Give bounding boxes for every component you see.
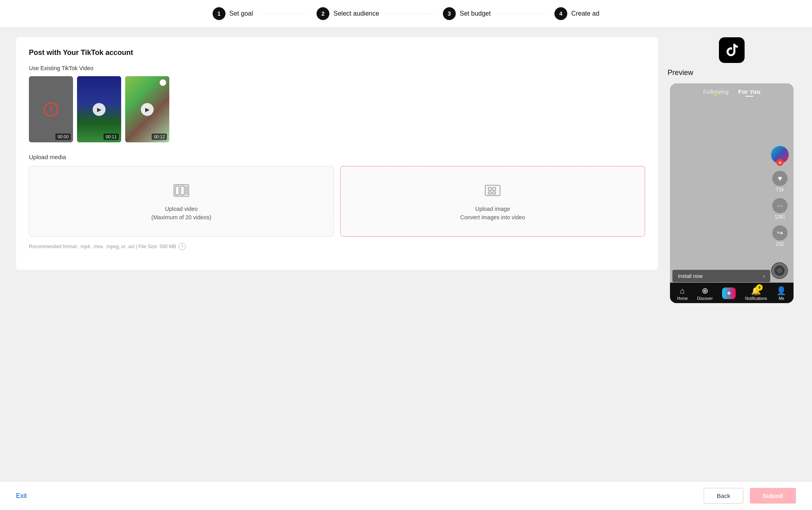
upload-row: Upload video (Maximum of 20 videos) (29, 166, 645, 237)
play-icon-3: ▶ (141, 103, 154, 116)
discover-label: Discover (697, 296, 713, 301)
heart-icon: ♥ (772, 171, 788, 186)
tiktok-bottom-nav: ⌂ Home ⊕ Discover + 🔔 9 (670, 283, 794, 303)
step-2: 2 Select audience (317, 7, 379, 20)
step-3-circle: 3 (443, 7, 456, 20)
footer-actions: Back Submit (704, 488, 796, 504)
notification-count: 9 (756, 284, 763, 291)
install-bar: Install now › (672, 270, 770, 282)
upload-image-icon (483, 181, 502, 200)
thumb-1-duration: 00:00 (55, 134, 71, 140)
bottom-nav-me[interactable]: 👤 Me (776, 286, 786, 301)
me-label: Me (779, 296, 784, 301)
thumbnail-3[interactable]: ▶ 00:12 (125, 76, 169, 142)
notifications-label: Notifications (745, 296, 767, 301)
tiktok-logo (719, 37, 745, 63)
upload-image-text: Upload image Convert images into video (460, 205, 525, 222)
thumbnails-row: ! 00:00 ▶ 00:11 ▶ 00:12 (29, 76, 645, 142)
svg-rect-2 (181, 186, 184, 195)
stepper: 1 Set goal ···················· 2 Select… (0, 0, 812, 28)
phone-mockup: Following For You + ♥ 71k (670, 83, 794, 303)
bottom-nav-discover[interactable]: ⊕ Discover (697, 286, 713, 301)
upload-image-box[interactable]: Upload image Convert images into video (340, 166, 645, 237)
svg-rect-1 (175, 186, 179, 195)
error-icon: ! (44, 102, 58, 117)
discover-icon: ⊕ (702, 286, 708, 295)
comment-icon: ··· (772, 198, 788, 213)
upload-video-icon (172, 181, 191, 200)
phone-screen: Following For You + ♥ 71k (670, 83, 794, 303)
tiktok-actions: + ♥ 71k ··· 1281 ↪ 232 (771, 146, 789, 247)
tab-for-you[interactable]: For You (738, 88, 760, 95)
upload-label: Upload media (29, 154, 645, 160)
exit-button[interactable]: Exit (16, 492, 27, 500)
svg-rect-6 (488, 188, 491, 190)
comment-button[interactable]: ··· 1281 (772, 198, 788, 220)
step-1: 1 Set goal (213, 7, 253, 20)
notification-badge: 🔔 9 (751, 286, 761, 295)
like-count: 71k (776, 187, 784, 192)
bottom-nav-notifications[interactable]: 🔔 9 Notifications (745, 286, 767, 301)
submit-button[interactable]: Submit (750, 488, 796, 504)
following-dot (715, 94, 717, 97)
install-now-label: Install now (678, 273, 702, 279)
format-hint-text: Recommended format: .mp4, .mov, .mpeg, o… (29, 244, 176, 249)
step-3: 3 Set budget (443, 7, 491, 20)
share-button[interactable]: ↪ 232 (772, 225, 788, 247)
panel-title: Post with Your TikTok account (29, 49, 645, 57)
step-dots-1: ···················· (260, 11, 311, 16)
back-button[interactable]: Back (704, 488, 743, 504)
step-dots-3: ···················· (497, 11, 548, 16)
bottom-nav-add[interactable]: + (722, 287, 736, 299)
install-chevron-icon: › (763, 273, 765, 279)
like-button[interactable]: ♥ 71k (772, 171, 788, 192)
svg-rect-7 (493, 188, 495, 190)
upload-video-text: Upload video (Maximum of 20 videos) (151, 205, 211, 222)
tiktok-header: Following For You (670, 83, 794, 98)
creator-avatar[interactable]: + (771, 146, 789, 164)
play-icon-2: ▶ (93, 103, 106, 116)
step-dots-2: ···················· (386, 11, 436, 16)
share-icon: ↪ (772, 225, 788, 241)
add-icon: + (722, 287, 736, 299)
step-4-label: Create ad (571, 10, 599, 17)
step-3-label: Set budget (460, 10, 491, 17)
step-4-circle: 4 (554, 7, 567, 20)
music-disc (771, 262, 788, 279)
white-dot (160, 79, 166, 86)
thumbnail-2[interactable]: ▶ 00:11 (77, 76, 121, 142)
step-1-circle: 1 (213, 7, 225, 20)
follow-plus: + (776, 159, 784, 166)
step-2-label: Select audience (333, 10, 379, 17)
hint-icon: ? (179, 243, 186, 250)
step-4: 4 Create ad (554, 7, 599, 20)
thumb-3-duration: 00:12 (152, 134, 167, 140)
tab-following[interactable]: Following (703, 88, 729, 95)
format-hint: Recommended format: .mp4, .mov, .mpeg, o… (29, 243, 645, 250)
install-now-button[interactable]: Install now › (672, 270, 770, 282)
footer-bar: Exit Back Submit (0, 481, 812, 510)
upload-video-box[interactable]: Upload video (Maximum of 20 videos) (29, 166, 334, 237)
step-2-circle: 2 (317, 7, 329, 20)
step-1-label: Set goal (229, 10, 253, 17)
share-count: 232 (776, 241, 784, 247)
home-label: Home (677, 296, 688, 301)
svg-rect-9 (493, 192, 495, 194)
comment-count: 1281 (775, 214, 786, 220)
left-panel: Post with Your TikTok account Use Existi… (16, 37, 658, 270)
preview-label: Preview (668, 69, 693, 77)
svg-rect-8 (488, 192, 491, 194)
thumbnail-1[interactable]: ! 00:00 (29, 76, 73, 142)
tiktok-logo-symbol (724, 40, 740, 60)
profile-icon: 👤 (776, 286, 786, 295)
thumb-2-duration: 00:11 (104, 134, 119, 140)
home-icon: ⌂ (680, 286, 685, 295)
existing-video-label: Use Existing TikTok Video (29, 65, 645, 71)
main-content: Post with Your TikTok account Use Existi… (0, 28, 812, 313)
right-panel: Preview Following For You + (668, 37, 796, 303)
bottom-nav-home[interactable]: ⌂ Home (677, 286, 688, 301)
